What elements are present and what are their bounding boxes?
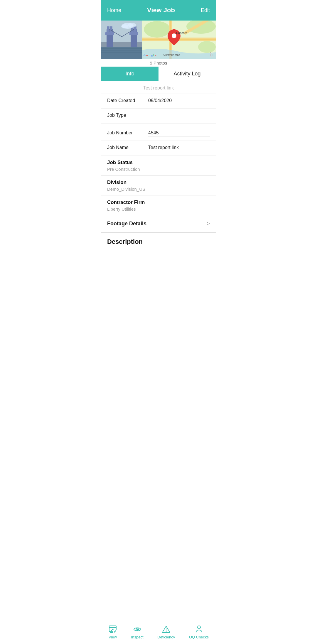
svg-point-17 [128, 23, 136, 28]
svg-rect-9 [110, 26, 112, 32]
media-strip: Concord G o o g l e Common Man 🍴 [101, 21, 216, 59]
info-section: Test report link Date Created 09/04/2020… [101, 81, 216, 272]
svg-rect-8 [107, 26, 109, 32]
job-name-row: Job Name Test report link [101, 141, 216, 155]
svg-point-40 [137, 629, 138, 630]
contractor-firm-label: Contractor Firm [107, 200, 210, 205]
tower-bridge-photo[interactable] [101, 21, 142, 59]
contractor-firm-block: Contractor Firm Liberty Utilities [101, 195, 216, 215]
bottom-navigation: View Inspect Deficiency OQ Checks [101, 622, 216, 644]
deficiency-icon [162, 625, 171, 634]
tower-bridge-svg [101, 21, 142, 59]
tab-activity-log[interactable]: Activity Log [158, 67, 216, 81]
svg-point-43 [198, 626, 200, 629]
svg-text:G
        o
        o
        : G o o g l e [144, 54, 156, 57]
oq-checks-icon [195, 625, 203, 634]
job-type-value [148, 113, 210, 119]
job-number-value: 4545 [148, 130, 210, 136]
svg-rect-11 [129, 32, 138, 35]
job-status-block: Job Status Pre Construction [101, 155, 216, 175]
report-link-label: Test report link [101, 81, 216, 94]
edit-button[interactable]: Edit [201, 7, 210, 13]
page-title: View Job [147, 6, 175, 14]
division-block: Division Demo_Division_US [101, 175, 216, 195]
nav-view-label: View [109, 635, 117, 639]
job-status-label: Job Status [107, 160, 210, 165]
nav-oq-checks[interactable]: OQ Checks [189, 625, 209, 639]
description-section: Description [101, 233, 216, 246]
date-created-label: Date Created [107, 98, 148, 103]
svg-rect-7 [105, 32, 114, 35]
inspect-icon [133, 625, 142, 634]
svg-rect-2 [101, 48, 142, 49]
tab-bar: Info Activity Log [101, 67, 216, 81]
map-panel[interactable]: Concord G o o g l e Common Man 🍴 [142, 21, 216, 59]
svg-rect-3 [101, 50, 142, 51]
job-number-label: Job Number [107, 130, 148, 136]
view-icon [108, 625, 117, 634]
svg-text:Common Man: Common Man [163, 53, 180, 56]
date-created-row: Date Created 09/04/2020 [101, 94, 216, 109]
svg-text:🍴: 🍴 [208, 51, 214, 57]
photo-count: 9 Photos [101, 59, 216, 67]
photo-panel[interactable] [101, 21, 142, 59]
footage-details-arrow: > [207, 221, 210, 227]
division-label: Division [107, 180, 210, 185]
nav-deficiency-label: Deficiency [157, 635, 175, 639]
footage-details-row[interactable]: Footage Details > [101, 215, 216, 233]
svg-text:Concord: Concord [176, 31, 187, 35]
map-svg: Concord G o o g l e Common Man 🍴 [142, 21, 216, 59]
nav-deficiency[interactable]: Deficiency [157, 625, 175, 639]
svg-point-20 [144, 21, 170, 38]
header: Home View Job Edit [101, 0, 216, 21]
contractor-firm-value: Liberty Utilities [107, 207, 210, 212]
description-label: Description [107, 238, 210, 246]
footage-details-label: Footage Details [107, 221, 146, 227]
job-type-row: Job Type [101, 109, 216, 124]
date-created-value: 09/04/2020 [148, 98, 210, 104]
job-status-value: Pre Construction [107, 167, 210, 172]
svg-point-18 [121, 24, 128, 28]
job-type-label: Job Type [107, 113, 148, 118]
job-name-value: Test report link [148, 145, 210, 151]
svg-point-42 [166, 631, 166, 632]
job-number-row: Job Number 4545 [101, 126, 216, 141]
tab-info[interactable]: Info [101, 67, 158, 81]
division-value: Demo_Division_US [107, 187, 210, 192]
svg-rect-13 [134, 26, 136, 32]
svg-point-22 [198, 41, 216, 53]
home-button[interactable]: Home [107, 7, 121, 13]
svg-rect-4 [101, 52, 142, 53]
nav-inspect-label: Inspect [131, 635, 144, 639]
nav-inspect[interactable]: Inspect [131, 625, 144, 639]
nav-view[interactable]: View [108, 625, 117, 639]
svg-point-29 [172, 33, 176, 38]
nav-oq-checks-label: OQ Checks [189, 635, 209, 639]
job-name-label: Job Name [107, 145, 148, 150]
